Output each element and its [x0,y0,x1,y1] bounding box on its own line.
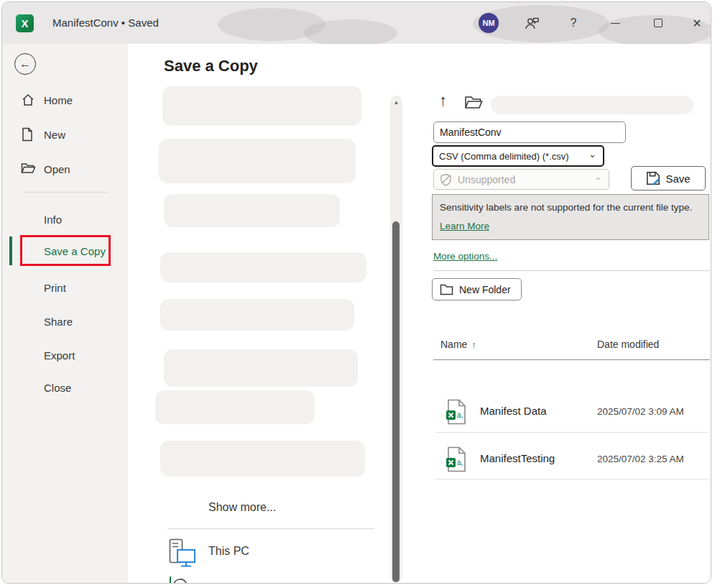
redacted-location-item[interactable] [160,441,365,477]
file-date-modified: 2025/07/02 3:25 AM [597,454,684,464]
sidebar-item-open[interactable]: Open [2,157,128,180]
sidebar-item-label: Save a Copy [44,245,106,257]
filetype-value: CSV (Comma delimited) (*.csv) [439,151,569,162]
sidebar-item-info[interactable]: Info [2,208,128,231]
redacted-location-item[interactable] [164,194,340,227]
scroll-up-icon[interactable]: ▲ [390,99,402,106]
filetype-dropdown[interactable]: CSV (Comma delimited) (*.csv) ⌄ [432,145,604,167]
minimize-icon[interactable] [604,12,626,34]
column-header-name[interactable]: Name↑ [440,339,476,350]
learn-more-link[interactable]: Learn More [440,219,489,234]
panel-divider [433,270,710,271]
partial-bottom-icon[interactable] [169,575,189,584]
home-icon [21,93,35,107]
svg-text:a,: a, [457,411,463,419]
file-row[interactable]: a, ManifestTesting 2025/07/02 3:25 AM [435,440,710,479]
backstage-sidebar: ← Home New Open [2,44,128,584]
column-header-date-modified[interactable]: Date modified [597,339,659,350]
new-document-icon [21,127,35,142]
sensitivity-shield-icon [440,173,452,186]
csv-file-icon: a, [445,399,468,428]
sensitivity-warning-box: Sensitivity labels are not supported for… [432,194,709,240]
sidebar-item-label: Share [44,316,73,328]
redacted-location-item[interactable] [159,139,356,183]
sidebar-item-close[interactable]: Close [2,376,128,399]
excel-window: X ManifestConv • Saved NM ? ✕ ← Home [1,1,711,584]
filename-input[interactable] [433,121,626,143]
sidebar-item-home[interactable]: Home [2,88,128,111]
document-title: ManifestConv • Saved [52,17,159,29]
redacted-location-item[interactable] [164,349,358,387]
back-button[interactable]: ← [14,53,36,75]
sidebar-item-new[interactable]: New [2,123,128,146]
maximize-icon[interactable] [647,12,669,34]
show-more-link[interactable]: Show more... [208,501,276,514]
current-folder-icon[interactable] [464,95,483,113]
title-bar: X ManifestConv • Saved NM ? ✕ [2,2,711,44]
redacted-location-item[interactable] [160,299,354,331]
sensitivity-value: Unsupported [458,174,515,185]
file-row[interactable]: a, Manifest Data 2025/07/02 3:09 AM [435,392,710,431]
sort-ascending-icon: ↑ [471,339,476,350]
save-button-label: Save [665,173,690,185]
sidebar-item-label: New [44,129,65,141]
new-folder-button[interactable]: New Folder [432,278,522,300]
feedback-icon[interactable] [521,12,543,34]
sidebar-item-print[interactable]: Print [2,276,128,299]
sidebar-item-save-a-copy[interactable]: Save a Copy [2,239,128,262]
save-icon [646,171,660,185]
save-button[interactable]: Save [631,166,706,190]
file-name: Manifest Data [480,405,547,417]
redacted-breadcrumb [491,96,693,114]
sensitivity-dropdown-disabled: Unsupported ⌄ [433,169,609,190]
chevron-down-icon: ⌄ [594,171,602,182]
more-options-link[interactable]: More options... [433,251,497,262]
this-pc-label: This PC [208,545,249,558]
scrollbar-thumb[interactable] [392,221,400,582]
new-folder-icon [440,284,453,295]
file-date-modified: 2025/07/02 3:09 AM [597,406,684,417]
sidebar-item-label: Open [44,163,70,175]
sidebar-item-label: Home [44,94,73,106]
redacted-location-item[interactable] [160,252,366,282]
this-pc-item[interactable]: This PC [169,538,384,569]
name-header-label: Name [440,339,467,350]
page-title: Save a Copy [164,57,258,75]
warning-text: Sensitivity labels are not supported for… [440,202,692,213]
sidebar-item-label: Info [44,213,62,226]
sidebar-item-share[interactable]: Share [2,310,128,333]
sidebar-item-label: Close [44,382,71,394]
sidebar-item-label: Print [44,282,66,294]
locations-divider [167,528,374,529]
new-folder-label: New Folder [459,284,511,295]
file-name: ManifestTesting [480,452,555,464]
row-divider [435,479,709,479]
help-icon[interactable]: ? [563,12,584,34]
open-folder-icon [21,162,35,176]
excel-app-icon: X [16,14,34,32]
list-header-divider [433,359,710,360]
close-icon[interactable]: ✕ [686,12,708,34]
sidebar-item-label: Export [44,349,75,362]
redacted-location-item[interactable] [162,86,361,126]
this-pc-icon [169,538,198,569]
svg-text:a,: a, [457,459,463,467]
sidebar-divider [22,192,109,193]
save-a-copy-pane: Save a Copy Show more... This PC [128,44,711,584]
account-avatar[interactable]: NM [479,13,499,33]
sidebar-item-export[interactable]: Export [2,344,128,367]
row-divider [435,432,709,433]
chevron-down-icon: ⌄ [589,149,596,160]
csv-file-icon: a, [445,446,468,475]
cloud-decoration [304,19,397,47]
redacted-location-item[interactable] [155,390,315,424]
up-directory-icon[interactable]: ↑ [439,91,447,110]
